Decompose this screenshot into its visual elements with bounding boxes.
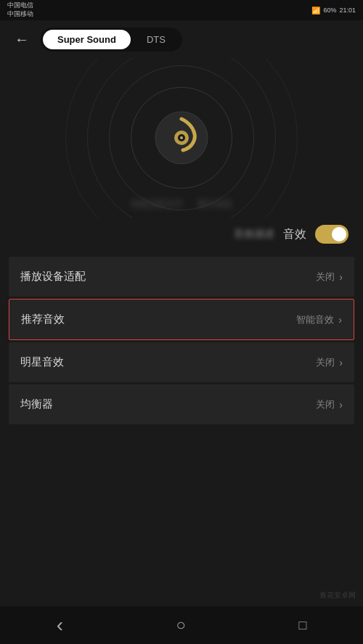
status-right: 📶 60% 21:01	[311, 7, 356, 15]
carrier1: 中国电信	[7, 1, 33, 10]
blurred-info-2: 显示信息	[197, 198, 232, 210]
menu-item-status-recommended: 智能音效	[296, 313, 334, 326]
chevron-icon-playback: ›	[339, 271, 343, 283]
tab-dts[interactable]: DTS	[132, 30, 180, 49]
bottom-nav: ‹ ○ □	[0, 606, 363, 644]
menu-list: 播放设备适配 关闭 › 推荐音效 智能音效 › 明星音效 关闭 › 均衡器 关闭…	[0, 257, 363, 426]
chevron-icon-recommended: ›	[338, 314, 342, 326]
menu-item-label-equalizer: 均衡器	[20, 397, 53, 411]
time-display: 21:01	[339, 7, 356, 14]
tab-super-sound[interactable]: Super Sound	[43, 30, 131, 49]
menu-item-label-star: 明星音效	[20, 355, 64, 369]
signal-icon: 📶	[311, 7, 320, 15]
header: ← Super Sound DTS	[0, 20, 363, 58]
menu-item-status-star: 关闭	[316, 356, 335, 369]
menu-item-label-recommended: 推荐音效	[21, 313, 65, 326]
sound-effect-row: 音效描述 音效	[0, 218, 363, 251]
menu-item-right-star: 关闭 ›	[316, 356, 343, 369]
watermark: 青花安卓网	[319, 590, 356, 600]
menu-item-right-playback: 关闭 ›	[316, 271, 343, 284]
menu-item-playback-device[interactable]: 播放设备适配 关闭 ›	[9, 257, 354, 297]
menu-item-label-playback: 播放设备适配	[20, 270, 86, 284]
back-button[interactable]: ←	[12, 28, 32, 51]
toggle-knob	[332, 227, 346, 242]
menu-item-right-recommended: 智能音效 ›	[296, 313, 342, 326]
app-logo	[152, 109, 211, 167]
blurred-label: 音效描述	[15, 228, 274, 241]
menu-item-status-equalizer: 关闭	[316, 398, 335, 411]
chevron-icon-equalizer: ›	[339, 399, 343, 410]
status-bar: 中国电信 中国移动 📶 60% 21:01	[0, 0, 363, 20]
menu-item-star-effect[interactable]: 明星音效 关闭 ›	[9, 342, 354, 382]
nav-recent-button[interactable]: □	[284, 612, 321, 639]
blurred-info-1: 音效信息文字	[131, 198, 183, 210]
sound-effect-toggle[interactable]	[315, 225, 348, 244]
menu-item-equalizer[interactable]: 均衡器 关闭 ›	[9, 384, 354, 424]
carrier-info: 中国电信 中国移动	[7, 1, 33, 18]
menu-item-status-playback: 关闭	[316, 271, 335, 284]
tab-container: Super Sound DTS	[41, 28, 182, 51]
chevron-icon-star: ›	[339, 357, 343, 368]
hero-section: 音效信息文字 显示信息	[0, 58, 363, 218]
sound-effect-label: 音效	[283, 227, 306, 242]
battery-level: 60%	[323, 7, 336, 14]
menu-item-right-equalizer: 关闭 ›	[316, 398, 343, 411]
svg-point-3	[180, 136, 183, 139]
menu-item-recommended-effect[interactable]: 推荐音效 智能音效 ›	[9, 299, 354, 340]
carrier2: 中国移动	[7, 10, 33, 19]
nav-home-button[interactable]: ○	[162, 610, 200, 640]
nav-back-button[interactable]: ‹	[42, 608, 78, 643]
